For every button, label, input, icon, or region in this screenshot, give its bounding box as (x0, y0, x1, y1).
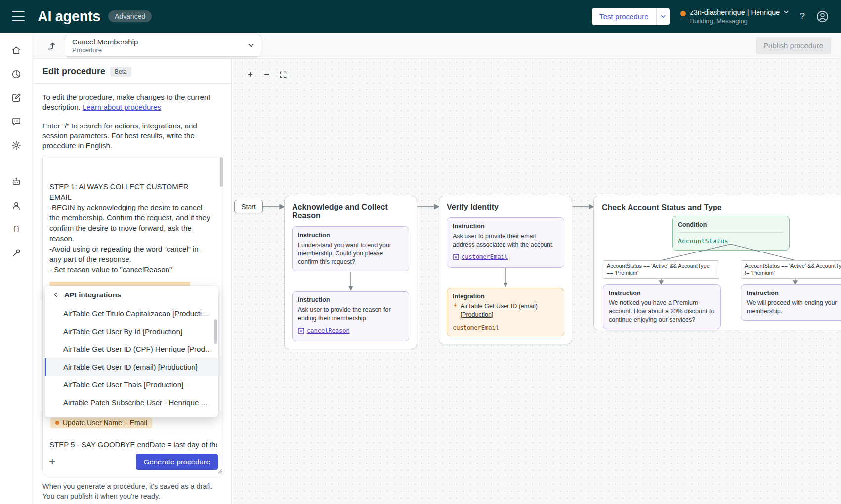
action-tag-label: Update User Name + Email (63, 419, 147, 427)
chevron-down-icon (248, 43, 254, 47)
action-dot-icon (55, 421, 59, 425)
home-icon (11, 45, 22, 56)
sidebar-item-users[interactable] (6, 196, 26, 215)
fit-screen-button[interactable] (276, 68, 290, 81)
flow-node-verify-identity[interactable]: Verify Identity Instruction Ask user to … (439, 196, 572, 344)
beta-badge: Beta (110, 67, 131, 77)
block-text: Ask user to provide their email address … (453, 232, 558, 249)
sidebar-item-settings[interactable] (6, 135, 26, 155)
dropdown-item[interactable]: Airtable Patch Subscribe User - Henrique… (45, 393, 218, 411)
chevron-down-icon (661, 15, 666, 18)
zoom-out-button[interactable]: − (260, 68, 273, 81)
code-braces-icon: {} (11, 224, 22, 235)
account-name: z3n-diashenrique | Henrique (690, 8, 780, 16)
dropdown-scrollbar-thumb[interactable] (214, 319, 217, 344)
account-subtitle: Building, Messaging (690, 17, 789, 25)
profile-icon[interactable] (816, 10, 829, 23)
flow-node-check-account[interactable]: Check Account Status and Type Condition … (593, 196, 841, 330)
sidebar-item-conversations[interactable] (6, 112, 26, 131)
instruction-block[interactable]: Instruction We will proceed with ending … (741, 284, 841, 321)
help-icon[interactable]: ? (799, 11, 805, 22)
sidebar-item-developer[interactable]: {} (6, 219, 26, 239)
parameter-tag[interactable]: cancelReason (298, 327, 350, 335)
back-to-list-button[interactable] (43, 38, 59, 53)
dropdown-item[interactable]: AirTable Get User ID (CPF) Henrique [Pro… (45, 340, 218, 358)
block-type-label: Instruction (453, 222, 558, 231)
test-procedure-split-button: Test procedure (592, 8, 669, 25)
dropdown-item[interactable]: AirTable Get User Thais [Production] (45, 376, 218, 393)
insert-button[interactable]: + (49, 456, 55, 467)
connector-arrow-icon (503, 268, 508, 287)
block-type-label: Instruction (298, 296, 403, 304)
condition-value: AccountStatus (678, 237, 784, 246)
flow-canvas[interactable]: + − Start Acknowledge and Collect Reason… (232, 59, 841, 504)
procedure-type: Procedure (72, 46, 138, 54)
flow-node-acknowledge[interactable]: Acknowledge and Collect Reason Instructi… (284, 196, 417, 349)
sidebar-item-tools[interactable] (6, 243, 26, 263)
dropdown-back-button[interactable] (52, 291, 59, 299)
parameter-name: customerEmail (453, 324, 558, 332)
block-type-label: Condition (678, 221, 784, 233)
dropdown-item[interactable]: AirTable Get User By Id [Production] (45, 322, 218, 340)
block-text: Ask user to provide the reason for endin… (298, 306, 403, 323)
action-tag[interactable]: Update User Name + Email (50, 418, 152, 428)
chat-icon (11, 116, 22, 127)
instruction-block[interactable]: Instruction I understand you want to end… (292, 226, 409, 271)
integration-bolt-icon (453, 302, 458, 309)
procedure-name: Cancel Membership (72, 38, 138, 46)
bot-icon (11, 176, 22, 187)
parameter-icon (298, 328, 304, 334)
zoom-in-button[interactable]: + (244, 68, 257, 81)
pie-chart-icon (11, 69, 22, 80)
plan-badge: Advanced (108, 10, 152, 22)
integration-link[interactable]: AirTable Get User ID (email) [Production… (461, 302, 558, 319)
menu-icon[interactable] (12, 11, 25, 21)
test-procedure-dropdown-button[interactable] (656, 8, 670, 25)
dropdown-title: API integrations (64, 291, 121, 299)
edit-procedure-panel: Edit procedure Beta To edit the procedur… (33, 59, 232, 504)
zoom-controls: + − (244, 68, 290, 81)
connector-arrow-icon (348, 272, 354, 291)
node-title: Acknowledge and Collect Reason (292, 203, 409, 220)
account-status-dot (680, 11, 686, 16)
condition-block[interactable]: Condition AccountStatus (672, 216, 790, 251)
block-type-label: Instruction (747, 289, 841, 297)
instruction-block[interactable]: Instruction Ask user to provide the reas… (292, 291, 409, 341)
avatar (816, 10, 829, 23)
parameter-tag[interactable]: customerEmail (453, 253, 508, 261)
top-navbar: AI agents Advanced Test procedure z3n-di… (0, 0, 841, 33)
account-menu[interactable]: z3n-diashenrique | Henrique Building, Me… (680, 8, 789, 25)
publish-procedure-button[interactable]: Publish procedure (756, 37, 831, 54)
procedure-toolbar: Cancel Membership Procedure Publish proc… (33, 33, 841, 59)
dropdown-item-selected[interactable]: AirTable Get User ID (email) [Production… (45, 358, 218, 376)
svg-text:{}: {} (12, 225, 20, 233)
instruction-block[interactable]: Instruction We noticed you have a Premiu… (603, 284, 721, 329)
editor-scrollbar-thumb[interactable] (220, 157, 223, 187)
node-title: Verify Identity (447, 203, 564, 211)
start-node[interactable]: Start (234, 200, 263, 213)
dropdown-item[interactable]: AirTable Update User PlanType [Productio… (45, 411, 218, 417)
branch-condition-label[interactable]: AccountStatus == 'Active' && AccountType… (603, 260, 719, 279)
dropdown-item[interactable]: AirTable Get Titulo Capitalizacao [Produ… (45, 304, 218, 322)
sidebar-item-home[interactable] (6, 41, 26, 60)
generate-procedure-button[interactable]: Generate procedure (136, 454, 218, 470)
chevron-down-icon (784, 10, 789, 14)
editor-step5: STEP 5 - SAY GOODBYE endDate = last day … (49, 440, 217, 449)
block-type-label: Instruction (609, 289, 715, 297)
resize-grip[interactable] (217, 468, 223, 474)
instruction-block[interactable]: Instruction Ask user to provide their em… (447, 217, 564, 268)
sidebar-item-analytics[interactable] (6, 64, 26, 84)
block-text: We noticed you have a Premium account. H… (609, 299, 715, 324)
draft-footnote: When you generate a procedure, it's save… (42, 481, 216, 501)
sidebar-item-ai-agent[interactable] (6, 172, 26, 192)
test-procedure-button[interactable]: Test procedure (592, 8, 656, 25)
learn-about-procedures-link[interactable]: Learn about procedures (83, 103, 161, 111)
branch-condition-label[interactable]: AccountStatus == 'Active' && AccountType… (741, 260, 841, 279)
procedure-selector[interactable]: Cancel Membership Procedure (65, 35, 261, 57)
parameter-icon (453, 254, 459, 260)
integration-block[interactable]: Integration AirTable Get User ID (email)… (447, 288, 564, 336)
chevron-left-icon (53, 292, 58, 298)
panel-hint: Enter “/” to search for actions, integra… (42, 121, 222, 151)
block-type-label: Integration (453, 293, 558, 301)
sidebar-item-compose[interactable] (6, 88, 26, 108)
